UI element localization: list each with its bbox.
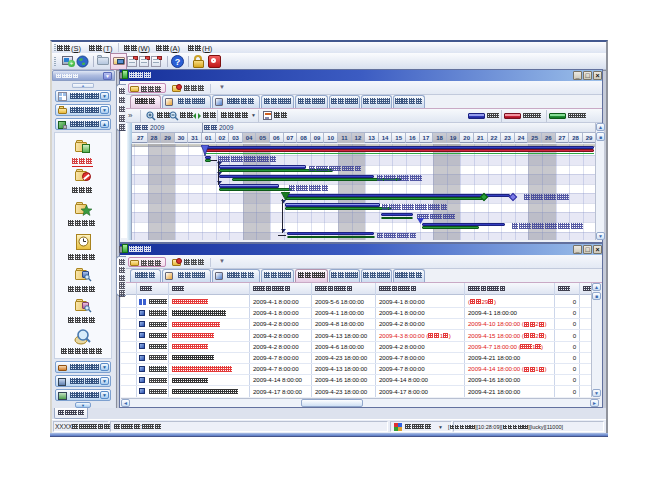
svg-text:?: ?: [175, 57, 181, 67]
